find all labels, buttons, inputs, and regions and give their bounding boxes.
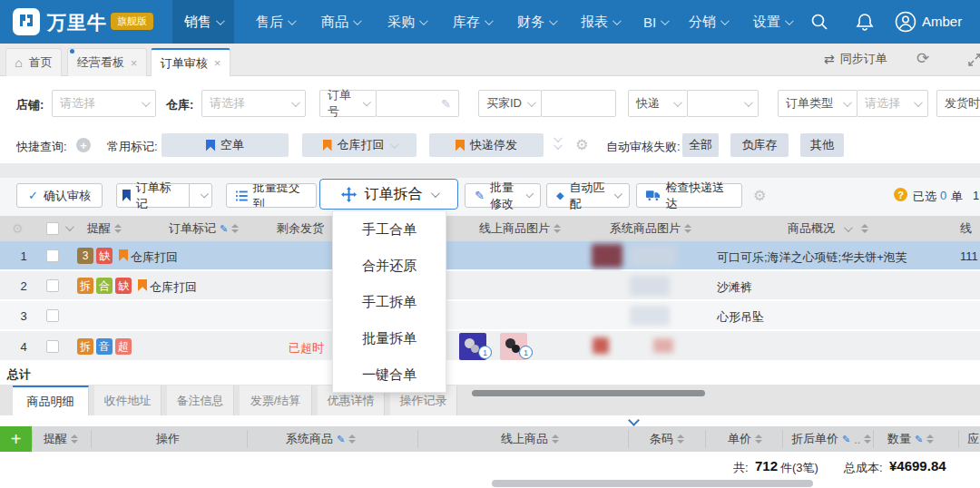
nav-item-purchase[interactable]: 采购 [377,0,436,44]
order-type-value-select[interactable]: 请选择 [857,90,928,117]
shop-select[interactable]: 请选择 [52,90,156,117]
col-online-product[interactable]: 线上商品 [501,426,559,452]
refresh-icon[interactable]: ⟳ [916,49,929,68]
row-checkbox[interactable] [46,279,59,292]
sort-icon[interactable] [926,434,934,444]
sort-icon[interactable] [861,224,868,233]
table-row[interactable]: 3 心形吊坠 [0,301,980,330]
row-checkbox[interactable] [46,309,59,322]
row-checkbox[interactable] [46,249,59,262]
col-discounted-price[interactable]: 折后单价✎.. [791,426,871,452]
gear-icon[interactable]: ⚙ [12,221,24,236]
sort-icon[interactable] [71,434,78,444]
tab-invoice-settlement[interactable]: 发票/结算 [240,386,312,415]
sort-icon[interactable] [554,224,561,233]
tab-order-review[interactable]: 订单审核 × [151,48,230,76]
row-checkbox[interactable] [46,340,59,353]
close-icon[interactable]: × [214,56,221,70]
nav-item-bi[interactable]: BI [632,0,678,44]
avatar[interactable] [895,11,916,33]
close-icon[interactable]: × [131,56,138,70]
check-delivery-button[interactable]: 检查快递送达 [636,183,742,208]
user-name[interactable]: Amber [922,14,962,29]
expand-marks-icon[interactable] [554,136,560,150]
warehouse-select[interactable]: 请选择 [201,90,306,117]
search-icon[interactable] [810,13,828,31]
sync-orders-button[interactable]: ⇄ 同步订单 [824,51,887,67]
nav-item-report[interactable]: 报表 [570,0,630,44]
nav-item-aftersale[interactable]: 售后 [245,0,305,44]
ship-time-select[interactable]: 发货时 [936,90,980,117]
col-order-mark[interactable]: 订单标记✎ [169,216,239,241]
autofail-other-button[interactable]: 其他 [800,133,844,157]
order-no-type-select[interactable]: 订单号 [319,90,377,117]
bell-icon[interactable] [856,12,874,32]
buyer-id-input[interactable] [541,90,616,117]
add-quick-query-icon[interactable]: + [76,138,91,152]
select-all-checkbox[interactable] [46,222,59,235]
order-mark-button[interactable]: 订单标记 [116,183,212,208]
nav-item-inventory[interactable]: 库存 [442,0,502,44]
nav-item-finance[interactable]: 财务 [506,0,566,44]
nav-item-goods[interactable]: 商品 [310,0,370,44]
sort-icon[interactable] [684,224,691,233]
table-row[interactable]: 2 拆 合 缺 仓库打回 沙滩裤 [0,271,980,300]
question-icon[interactable]: ? [894,188,907,201]
order-type-select[interactable]: 订单类型 [778,90,858,117]
autofail-negative-stock-button[interactable]: 负库存 [730,133,789,157]
sort-icon[interactable] [348,434,356,444]
col-system-image[interactable]: 系统商品图片 [610,216,691,241]
col-partial[interactable]: 应 [967,426,980,452]
expand-icon[interactable] [967,53,980,67]
gear-icon[interactable]: ⚙ [753,187,766,204]
col-barcode[interactable]: 条码 [650,426,684,452]
order-no-input[interactable]: ✎ [376,90,459,117]
collapse-panel-chevron-icon[interactable] [628,415,640,426]
sort-icon[interactable] [677,434,684,444]
table-row[interactable]: 1 3 缺 仓库打回 可口可乐;海洋之心项链;华夫饼+泡芙 111 [0,241,980,270]
menu-item-manual-merge[interactable]: 手工合单 [333,211,446,248]
col-product-summary[interactable]: 商品概况 [788,216,868,241]
col-quantity[interactable]: 数量✎ [887,426,934,452]
menu-item-manual-split[interactable]: 手工拆单 [333,284,446,320]
add-row-button[interactable]: + [0,426,32,452]
autofail-all-button[interactable]: 全部 [682,133,719,157]
tab-recipient-address[interactable]: 收件地址 [94,386,162,415]
buyer-id-type-select[interactable]: 买家ID [478,90,542,117]
tab-product-detail[interactable]: 商品明细 [13,386,89,415]
chevron-down-icon[interactable] [65,222,74,231]
col-online-image[interactable]: 线上商品图片 [479,216,561,241]
express-type-select[interactable]: 快递 [628,90,688,117]
col-unit-price[interactable]: 单价 [728,426,762,452]
col-partial[interactable]: 线 [960,216,980,241]
col-remind[interactable]: 提醒 [44,426,78,452]
sort-icon[interactable] [864,434,871,444]
table-horizontal-scrollbar[interactable] [472,390,705,396]
col-remind[interactable]: 提醒 [87,216,122,241]
batch-submit-button[interactable]: 批量提交到 [226,183,317,208]
order-split-merge-button[interactable]: 订单拆合 [319,179,458,210]
nav-item-sales[interactable]: 销售 [172,0,234,44]
mark-filter-warehouse-return[interactable]: 仓库打回 [302,133,416,157]
batch-edit-button[interactable]: ✎批量修改 [465,183,541,208]
col-remaining-ship[interactable]: 剩余发货 [277,216,324,241]
sort-icon[interactable] [114,224,122,233]
confirm-review-button[interactable]: ✓确认审核 [16,183,103,208]
sort-icon[interactable] [552,434,559,444]
menu-item-one-key-merge[interactable]: 一键合单 [333,356,446,393]
edit-icon[interactable]: ✎ [441,97,451,111]
mark-filter-express-stopped[interactable]: 快递停发 [429,133,544,157]
menu-item-batch-split[interactable]: 批量拆单 [333,320,446,356]
tab-dashboard[interactable]: 经营看板 × [67,48,147,76]
table-row[interactable]: 4 拆 音 超 已超时 1 1 [0,331,980,361]
tab-remark-info[interactable]: 备注信息 [167,386,234,415]
tab-home[interactable]: ⌂ 首页 [5,48,62,76]
auto-match-button[interactable]: ◆自动匹配 [546,183,630,208]
sort-icon[interactable] [231,224,239,233]
brand-logo-icon[interactable] [13,8,40,35]
col-action[interactable]: 操作 [156,426,180,452]
nav-item-settings[interactable]: 设置 [742,0,802,44]
nav-item-distribution[interactable]: 分销 [678,0,738,44]
menu-item-merge-restore[interactable]: 合并还原 [333,248,446,284]
express-select[interactable] [687,90,759,117]
